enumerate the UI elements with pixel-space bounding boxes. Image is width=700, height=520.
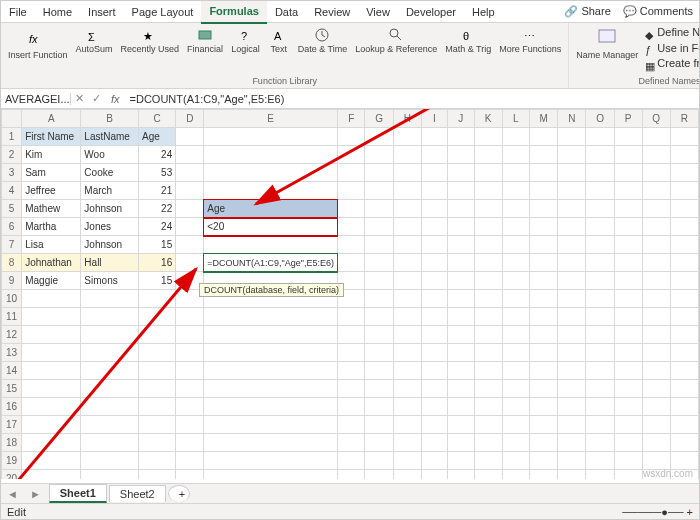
more-fn-button[interactable]: ⋯More Functions — [496, 25, 564, 63]
recent-button[interactable]: ★Recently Used — [118, 25, 183, 63]
cell[interactable]: Mathew — [22, 200, 81, 218]
cell[interactable]: Maggie — [22, 272, 81, 290]
math-button[interactable]: θMath & Trig — [442, 25, 494, 63]
row-header[interactable]: 2 — [2, 146, 22, 164]
row-header[interactable]: 6 — [2, 218, 22, 236]
cell[interactable]: 53 — [138, 164, 175, 182]
select-all[interactable] — [2, 110, 22, 128]
row-header[interactable]: 9 — [2, 272, 22, 290]
cell[interactable]: LastName — [81, 128, 139, 146]
col-header[interactable]: P — [614, 110, 642, 128]
tab-help[interactable]: Help — [464, 1, 503, 23]
col-header[interactable]: E — [204, 110, 338, 128]
cell[interactable]: Age — [138, 128, 175, 146]
cancel-icon[interactable]: ✕ — [71, 92, 88, 105]
cell[interactable]: 15 — [138, 272, 175, 290]
col-header[interactable]: C — [138, 110, 175, 128]
sheet-nav-next[interactable]: ► — [24, 488, 47, 500]
row-header[interactable]: 17 — [2, 416, 22, 434]
cell-criteria-value[interactable]: <20 — [204, 218, 338, 236]
col-header[interactable]: J — [447, 110, 474, 128]
row-header[interactable]: 8 — [2, 254, 22, 272]
zoom-controls[interactable]: ─────●── + — [622, 506, 693, 518]
row-header[interactable]: 16 — [2, 398, 22, 416]
cell[interactable]: Hall — [81, 254, 139, 272]
row-header[interactable]: 13 — [2, 344, 22, 362]
cell-criteria-label[interactable]: Age — [204, 200, 338, 218]
col-header[interactable]: N — [558, 110, 586, 128]
lookup-button[interactable]: Lookup & Reference — [352, 25, 440, 63]
use-formula-button[interactable]: ƒUse in Formula — [643, 41, 700, 56]
cell[interactable]: Martha — [22, 218, 81, 236]
col-header[interactable]: D — [176, 110, 204, 128]
col-header[interactable]: L — [502, 110, 529, 128]
row-header[interactable]: 10 — [2, 290, 22, 308]
sheet-tab-1[interactable]: Sheet1 — [49, 484, 107, 503]
col-header[interactable]: K — [474, 110, 502, 128]
cell[interactable]: Woo — [81, 146, 139, 164]
sheet-nav-prev[interactable]: ◄ — [1, 488, 24, 500]
cell[interactable]: 24 — [138, 146, 175, 164]
col-header[interactable]: I — [421, 110, 447, 128]
cell-editing[interactable]: =DCOUNT(A1:C9,"Age",E5:E6) — [204, 254, 338, 272]
cell[interactable]: Cooke — [81, 164, 139, 182]
col-header[interactable]: O — [586, 110, 614, 128]
cell[interactable]: Jeffree — [22, 182, 81, 200]
tab-developer[interactable]: Developer — [398, 1, 464, 23]
col-header[interactable]: M — [529, 110, 558, 128]
datetime-button[interactable]: Date & Time — [295, 25, 351, 63]
share-button[interactable]: 🔗 Share — [558, 5, 616, 18]
create-selection-button[interactable]: ▦Create from Selection — [643, 56, 700, 71]
cell[interactable]: 21 — [138, 182, 175, 200]
col-header[interactable]: B — [81, 110, 139, 128]
cell[interactable]: Kim — [22, 146, 81, 164]
autosum-button[interactable]: ΣAutoSum — [73, 25, 116, 63]
row-header[interactable]: 12 — [2, 326, 22, 344]
cell[interactable]: Johnson — [81, 200, 139, 218]
row-header[interactable]: 14 — [2, 362, 22, 380]
enter-icon[interactable]: ✓ — [88, 92, 105, 105]
cell[interactable]: March — [81, 182, 139, 200]
col-header[interactable]: G — [365, 110, 393, 128]
logical-button[interactable]: ?Logical — [228, 25, 263, 63]
name-manager-button[interactable]: Name Manager — [573, 25, 641, 71]
row-header[interactable]: 20 — [2, 470, 22, 480]
row-header[interactable]: 19 — [2, 452, 22, 470]
name-box[interactable]: AVERAGEI... — [1, 93, 71, 105]
cell[interactable]: Simons — [81, 272, 139, 290]
col-header[interactable]: H — [393, 110, 421, 128]
row-header[interactable]: 15 — [2, 380, 22, 398]
row-header[interactable]: 18 — [2, 434, 22, 452]
col-header[interactable]: F — [337, 110, 365, 128]
row-header[interactable]: 4 — [2, 182, 22, 200]
cell[interactable]: 24 — [138, 218, 175, 236]
cell[interactable]: Johnathan — [22, 254, 81, 272]
insert-function-button[interactable]: fxInsert Function — [5, 25, 71, 63]
tab-view[interactable]: View — [358, 1, 398, 23]
col-header[interactable]: A — [22, 110, 81, 128]
cell[interactable]: Jones — [81, 218, 139, 236]
define-name-button[interactable]: ◆Define Name — [643, 25, 700, 40]
sheet-tab-2[interactable]: Sheet2 — [109, 485, 166, 502]
tab-insert[interactable]: Insert — [80, 1, 124, 23]
cell[interactable]: 16 — [138, 254, 175, 272]
row-header[interactable]: 5 — [2, 200, 22, 218]
tab-file[interactable]: File — [1, 1, 35, 23]
tab-formulas[interactable]: Formulas — [201, 0, 267, 24]
tab-review[interactable]: Review — [306, 1, 358, 23]
cell[interactable]: First Name — [22, 128, 81, 146]
worksheet-grid[interactable]: ABCDEFGHIJKLMNOPQR 1First NameLastNameAg… — [1, 109, 699, 479]
cell[interactable]: 15 — [138, 236, 175, 254]
fx-icon[interactable]: fx — [105, 93, 126, 105]
text-button[interactable]: AText — [265, 25, 293, 63]
tab-data[interactable]: Data — [267, 1, 306, 23]
comments-button[interactable]: 💬 Comments — [617, 5, 699, 18]
row-header[interactable]: 3 — [2, 164, 22, 182]
cell[interactable]: Sam — [22, 164, 81, 182]
col-header[interactable]: R — [670, 110, 698, 128]
row-header[interactable]: 1 — [2, 128, 22, 146]
cell[interactable]: Lisa — [22, 236, 81, 254]
row-header[interactable]: 7 — [2, 236, 22, 254]
cell[interactable]: 22 — [138, 200, 175, 218]
col-header[interactable]: Q — [642, 110, 670, 128]
